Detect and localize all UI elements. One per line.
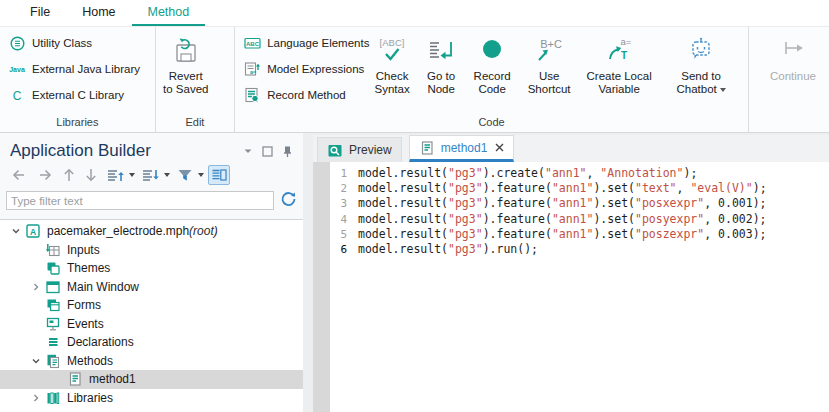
tree-item-pacemaker-electrode-mph[interactable]: Apacemaker_electrode.mph (root) xyxy=(0,222,303,241)
expander-open-icon[interactable] xyxy=(8,226,24,236)
arrow-right-button[interactable] xyxy=(34,164,56,186)
code-line-3[interactable]: 3model.result("pg3").feature("ann1").set… xyxy=(313,196,829,211)
svg-text:T: T xyxy=(621,50,627,61)
panel-header-icons xyxy=(243,145,295,158)
code-text: model.result("pg3").feature("ann1").set(… xyxy=(358,196,767,211)
filter-button[interactable] xyxy=(174,165,196,185)
filter-input[interactable] xyxy=(6,191,274,210)
continue-icon xyxy=(773,35,813,67)
ribbon-group-libraries: Utility ClassJavaExternal Java LibraryCE… xyxy=(0,27,156,132)
tree-item-method1[interactable]: method1 xyxy=(0,370,303,389)
ribbon-tab-bar: FileHomeMethod xyxy=(0,0,829,27)
move-up-button[interactable] xyxy=(104,165,127,186)
tree-item-label: Forms xyxy=(67,298,101,312)
caret-down-icon[interactable] xyxy=(198,173,204,177)
use-shortcut-button[interactable]: B+CUseShortcut xyxy=(519,27,579,96)
language-elements-icon: ABC xyxy=(244,35,261,51)
code-text: model.result("pg3").create("ann1", "Anno… xyxy=(358,166,697,181)
model-expressions-button[interactable]: a=Model Expressions xyxy=(243,60,367,78)
tree-item-inputs[interactable]: Inputs xyxy=(0,241,303,260)
expander-closed-icon[interactable] xyxy=(28,393,44,403)
button-label-line: Shortcut xyxy=(528,83,571,96)
refresh-icon[interactable] xyxy=(280,190,297,211)
create-local-variable-button[interactable]: a=TCreate LocalVariable xyxy=(579,27,659,96)
revert-to-saved-button[interactable]: Revertto Saved xyxy=(156,27,216,96)
caret-down-icon[interactable] xyxy=(164,173,170,177)
tree-item-declarations[interactable]: Declarations xyxy=(0,333,303,352)
code-line-4[interactable]: 4model.result("pg3").feature("ann1").set… xyxy=(313,212,829,227)
arrow-up-button[interactable] xyxy=(60,164,78,186)
external-java-library-button[interactable]: JavaExternal Java Library xyxy=(8,60,140,78)
arrow-up-icon xyxy=(62,166,76,184)
send-to-chatbot-icon xyxy=(684,35,718,67)
tab-label: Preview xyxy=(349,143,392,157)
pin-icon[interactable] xyxy=(282,145,293,158)
code-line-2[interactable]: 2model.result("pg3").feature("ann1").set… xyxy=(313,181,829,196)
tree-item-label: pacemaker_electrode.mph xyxy=(47,224,189,238)
tree-item-suffix: (root) xyxy=(189,224,218,238)
tree-item-methods[interactable]: Methods xyxy=(0,352,303,371)
caret-down-icon[interactable] xyxy=(129,173,135,177)
ribbon-group-code: ABCLanguage Elementsa=Model ExpressionsR… xyxy=(235,27,749,132)
language-elements-button[interactable]: ABCLanguage Elements xyxy=(243,34,367,52)
line-number: 4 xyxy=(330,212,347,227)
methods-icon xyxy=(45,353,61,369)
tree-item-libraries[interactable]: Libraries xyxy=(0,389,303,408)
java-icon: Java xyxy=(8,62,26,76)
code-lines: 1model.result("pg3").create("ann1", "Ann… xyxy=(313,162,829,257)
ribbon-tab-file[interactable]: File xyxy=(14,0,66,26)
button-label-line: Use xyxy=(539,70,559,83)
button-label-line: Code xyxy=(478,83,506,96)
record-code-icon xyxy=(475,35,509,67)
details-toggle-button[interactable] xyxy=(208,165,230,185)
method-icon xyxy=(419,140,435,156)
ribbon-group-continue: Continue xyxy=(749,27,829,132)
record-method-icon xyxy=(244,87,261,103)
panel-header: Application Builder xyxy=(0,133,303,161)
send-to-chatbot-button[interactable]: Send toChatbot xyxy=(659,27,743,96)
utility-class-icon xyxy=(9,35,26,52)
tab-label: method1 xyxy=(441,141,488,155)
ribbon-tab-method[interactable]: Method xyxy=(132,0,206,26)
group-label: Libraries xyxy=(0,116,155,128)
tree-item-events[interactable]: Events xyxy=(0,315,303,334)
expander-open-icon[interactable] xyxy=(28,356,44,366)
external-c-library-button[interactable]: CExternal C Library xyxy=(8,86,140,104)
code-line-1[interactable]: 1model.result("pg3").create("ann1", "Ann… xyxy=(313,166,829,181)
code-line-5[interactable]: 5model.result("pg3").feature("ann1").set… xyxy=(313,227,829,242)
tree-item-label: Main Window xyxy=(67,280,139,294)
move-down-button[interactable] xyxy=(139,165,162,186)
close-icon[interactable] xyxy=(495,143,504,152)
arrow-left-button[interactable] xyxy=(8,164,30,186)
arrow-down-button[interactable] xyxy=(82,164,100,186)
button-label-line: Send to xyxy=(681,70,721,83)
editor-tab-method1[interactable]: method1 xyxy=(409,135,515,162)
button-label-line: Variable xyxy=(598,83,639,96)
chevron-down-icon[interactable] xyxy=(243,147,253,155)
editor-tab-preview[interactable]: Preview xyxy=(317,137,402,162)
tree-item-forms[interactable]: Forms xyxy=(0,296,303,315)
svg-text:A: A xyxy=(29,227,35,237)
tree-item-themes[interactable]: Themes xyxy=(0,259,303,278)
record-code-button[interactable]: RecordCode xyxy=(465,27,519,96)
events-icon xyxy=(45,316,61,332)
ribbon-tab-home[interactable]: Home xyxy=(66,0,131,26)
utility-class-button[interactable]: Utility Class xyxy=(8,34,140,52)
button-label: Utility Class xyxy=(32,37,92,49)
expander-closed-icon[interactable] xyxy=(28,282,44,292)
ribbon-group-edit: Revertto SavedEdit xyxy=(156,27,235,132)
continue-button: Continue xyxy=(757,27,829,83)
line-number: 3 xyxy=(330,196,347,211)
button-label-line: Node xyxy=(427,83,455,96)
go-to-node-button[interactable]: Go toNode xyxy=(417,27,465,96)
maximize-icon[interactable] xyxy=(262,146,273,157)
code-line-6[interactable]: 6model.result("pg3").run(); xyxy=(313,242,829,257)
record-method-button[interactable]: Record Method xyxy=(243,86,367,104)
tree-item-main-window[interactable]: Main Window xyxy=(0,278,303,297)
filter-row xyxy=(0,187,303,211)
code-editor[interactable]: 1model.result("pg3").create("ann1", "Ann… xyxy=(313,162,829,412)
check-syntax-button[interactable]: [ABC]CheckSyntax xyxy=(367,27,417,96)
preview-icon xyxy=(327,143,343,158)
main-window-icon xyxy=(45,279,61,295)
app-root-icon: A xyxy=(25,223,41,239)
